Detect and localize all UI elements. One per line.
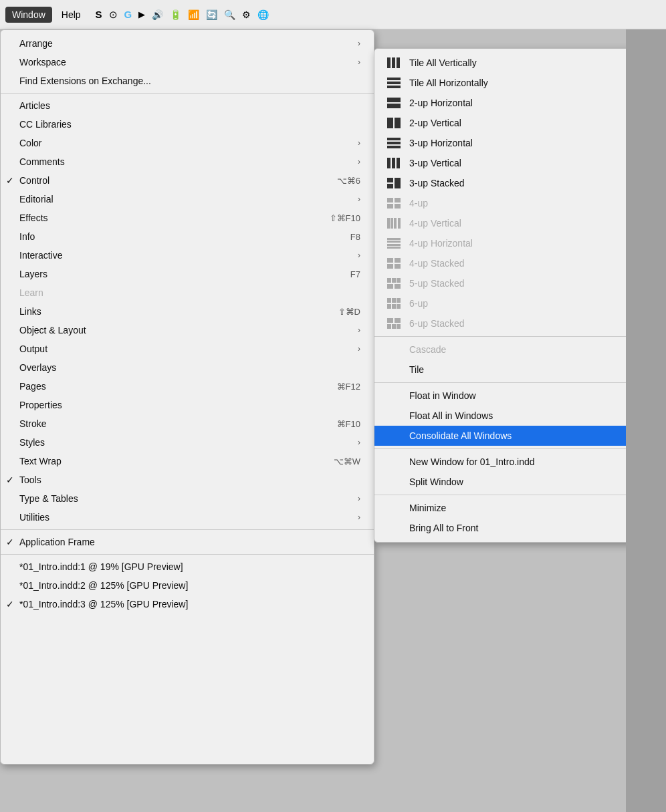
menu-item-doc1[interactable]: *01_Intro.indd:1 @ 19% [GPU Preview] xyxy=(1,557,374,576)
arrow-icon: › xyxy=(358,194,360,204)
submenu-6up[interactable]: 6-up xyxy=(374,293,661,313)
menu-item-workspace[interactable]: Workspace › xyxy=(1,53,374,72)
menu-item-find-extensions[interactable]: Find Extensions on Exchange... xyxy=(1,72,374,90)
app-icon-s: S xyxy=(96,9,102,20)
menu-item-editorial[interactable]: Editorial › xyxy=(1,190,374,209)
svg-rect-12 xyxy=(387,146,401,148)
separator xyxy=(374,382,661,383)
separator xyxy=(374,448,661,449)
menu-item-stroke[interactable]: Stroke ⌘F10 xyxy=(1,414,374,433)
menu-item-doc2[interactable]: *01_Intro.indd:2 @ 125% [GPU Preview] xyxy=(1,576,374,595)
menu-item-type-tables[interactable]: Type & Tables › xyxy=(1,489,374,508)
menu-item-links[interactable]: Links ⇧⌘D xyxy=(1,302,374,321)
label: 3-up Vertical xyxy=(409,158,461,168)
menu-item-articles[interactable]: Articles xyxy=(1,96,374,115)
menu-item-styles[interactable]: Styles › xyxy=(1,433,374,452)
submenu-consolidate-all-windows[interactable]: Consolidate All Windows ▸ xyxy=(374,426,661,446)
submenu-minimize[interactable]: Minimize ⌘M xyxy=(374,498,661,518)
label: 5-up Stacked xyxy=(409,278,465,289)
arrow-icon: › xyxy=(358,438,360,447)
menu-item-arrange[interactable]: Arrange › xyxy=(1,34,374,53)
menu-help[interactable]: Help xyxy=(55,7,88,23)
label: Text Wrap xyxy=(19,456,62,466)
menu-item-tools[interactable]: ✓ Tools xyxy=(1,470,374,489)
menu-item-pages[interactable]: Pages ⌘F12 xyxy=(1,377,374,396)
svg-rect-7 xyxy=(387,104,401,108)
menu-item-doc3[interactable]: ✓ *01_Intro.indd:3 @ 125% [GPU Preview] xyxy=(1,595,374,614)
menu-item-properties[interactable]: Properties xyxy=(1,396,374,414)
2up-h-icon xyxy=(385,96,403,110)
menu-item-text-wrap[interactable]: Text Wrap ⌥⌘W xyxy=(1,452,374,470)
submenu-5up-stacked[interactable]: 5-up Stacked xyxy=(374,273,661,293)
arrow-icon: › xyxy=(358,39,360,48)
arrow-icon: › xyxy=(358,251,360,260)
submenu-tile-all-vertically[interactable]: Tile All Vertically xyxy=(374,53,661,73)
label: Bring All to Front xyxy=(409,523,479,533)
submenu-tile-all-horizontally[interactable]: Tile All Horizontally xyxy=(374,73,661,93)
submenu-3up-horizontal[interactable]: 3-up Horizontal xyxy=(374,133,661,153)
menu-window[interactable]: Window xyxy=(5,7,52,23)
submenu-4up-stacked[interactable]: 4-up Stacked xyxy=(374,253,661,273)
menu-item-effects[interactable]: Effects ⇧⌘F10 xyxy=(1,209,374,227)
menu-item-utilities[interactable]: Utilities › xyxy=(1,508,374,527)
menu-item-control[interactable]: ✓ Control ⌥⌘6 xyxy=(1,171,374,190)
submenu-bring-all-to-front[interactable]: Bring All to Front xyxy=(374,518,661,538)
split-window-icon xyxy=(385,475,403,489)
label: *01_Intro.indd:3 @ 125% [GPU Preview] xyxy=(19,599,188,610)
svg-rect-23 xyxy=(387,218,390,229)
submenu-tile[interactable]: Tile xyxy=(374,360,661,380)
menu-item-info[interactable]: Info F8 xyxy=(1,227,374,246)
separator xyxy=(374,495,661,495)
app-icon-siri: 🌐 xyxy=(257,9,269,20)
svg-rect-24 xyxy=(391,218,393,229)
submenu-float-all-in-windows[interactable]: Float All in Windows xyxy=(374,406,661,426)
submenu-4up[interactable]: 4-up xyxy=(374,193,661,213)
submenu-2up-vertical[interactable]: 2-up Vertical xyxy=(374,113,661,133)
submenu-split-window[interactable]: Split Window xyxy=(374,472,661,492)
label: Cascade xyxy=(409,344,446,355)
separator xyxy=(1,93,374,94)
label: Float in Window xyxy=(409,390,476,401)
menu-item-application-frame[interactable]: ✓ Application Frame xyxy=(1,533,374,551)
svg-rect-41 xyxy=(392,298,396,303)
menu-item-interactive[interactable]: Interactive › xyxy=(1,246,374,265)
submenu-3up-stacked[interactable]: 3-up Stacked xyxy=(374,173,661,193)
submenu-3up-vertical[interactable]: 3-up Vertical xyxy=(374,153,661,173)
submenu-4up-vertical[interactable]: 4-up Vertical xyxy=(374,213,661,233)
menubar-icons: S ⊙ G ▶ 🔊 🔋 📶 🔄 🔍 ⚙ 🌐 xyxy=(96,9,269,21)
label: 4-up Horizontal xyxy=(409,238,473,249)
submenu-new-window[interactable]: New Window for 01_Intro.indd xyxy=(374,452,661,472)
svg-rect-17 xyxy=(395,178,401,188)
svg-rect-3 xyxy=(387,78,401,80)
arrow-icon: › xyxy=(358,344,360,354)
menu-item-output[interactable]: Output › xyxy=(1,340,374,358)
svg-rect-28 xyxy=(387,241,401,243)
submenu-6up-stacked[interactable]: 6-up Stacked xyxy=(374,313,661,333)
check-icon: ✓ xyxy=(6,599,14,610)
tile-icon xyxy=(385,363,403,376)
label: Tools xyxy=(19,475,41,485)
menu-item-cc-libraries[interactable]: CC Libraries xyxy=(1,115,374,134)
submenu-2up-horizontal[interactable]: 2-up Horizontal xyxy=(374,93,661,113)
label: Layers xyxy=(19,269,47,279)
menu-item-learn[interactable]: Learn xyxy=(1,283,374,302)
label: Effects xyxy=(19,213,48,223)
submenu-cascade[interactable]: Cascade xyxy=(374,340,661,360)
label: 4-up Vertical xyxy=(409,218,461,229)
label: Application Frame xyxy=(19,537,95,547)
label: Links xyxy=(19,306,41,317)
menu-item-comments[interactable]: Comments › xyxy=(1,152,374,171)
svg-rect-14 xyxy=(392,158,395,168)
svg-rect-49 xyxy=(392,324,396,329)
menu-item-color[interactable]: Color › xyxy=(1,134,374,152)
check-icon: ✓ xyxy=(6,175,14,186)
menu-item-overlays[interactable]: Overlays xyxy=(1,358,374,377)
label: Control xyxy=(19,175,49,186)
menu-item-object-layout[interactable]: Object & Layout › xyxy=(1,321,374,340)
submenu-float-in-window[interactable]: Float in Window xyxy=(374,386,661,406)
label: 3-up Stacked xyxy=(409,178,465,188)
submenu-4up-horizontal[interactable]: 4-up Horizontal xyxy=(374,233,661,253)
label: Tile xyxy=(409,364,424,375)
svg-rect-27 xyxy=(387,238,401,240)
menu-item-layers[interactable]: Layers F7 xyxy=(1,265,374,283)
